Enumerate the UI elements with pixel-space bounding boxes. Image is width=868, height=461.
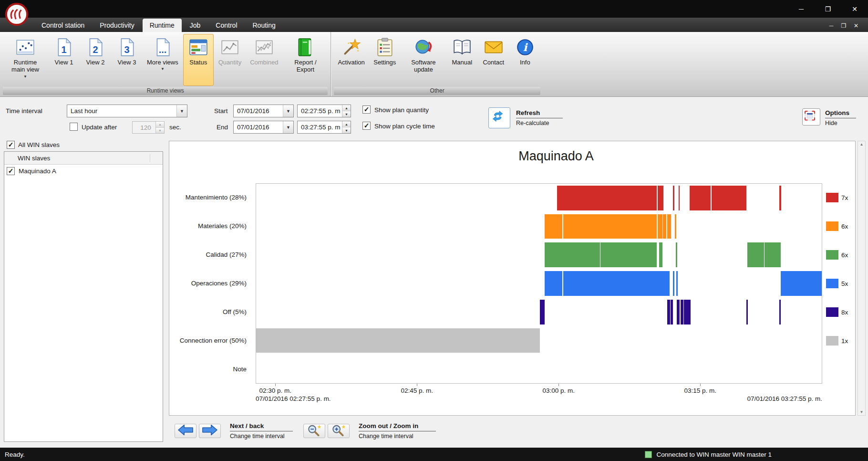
legend-count: 5x [841,280,848,287]
gantt-segment[interactable] [765,242,781,267]
gantt-segment[interactable] [679,186,680,210]
gantt-segment[interactable] [563,271,669,296]
gantt-segment[interactable] [779,186,781,210]
ribbon-button-settings[interactable]: Settings [370,34,400,86]
gantt-segment[interactable] [673,271,674,296]
ribbon-button-view-1[interactable]: 1View 1 [49,34,79,86]
win-slave-checkbox[interactable] [7,167,15,175]
all-win-slaves-checkbox[interactable] [7,141,15,149]
gantt-segment[interactable] [545,242,600,267]
start-date-dropdown[interactable]: 07/01/2016 ▼ [233,105,294,117]
gantt-segment[interactable] [747,242,765,267]
ribbon-button-info[interactable]: iInfo [510,34,540,86]
legend-item: 7x [826,183,856,212]
refresh-button[interactable] [488,107,510,128]
chart-row-label: Operaciones (29%) [169,269,251,298]
window-close-button[interactable]: ✕ [841,0,868,18]
menu-bar: Control stationProductivityRuntimeJobCon… [0,18,868,32]
refresh-label-group[interactable]: Refresh Re-calculate [516,109,563,126]
chart-legend: 7x6x6x5x8x1x [826,183,856,384]
zoom-in-button[interactable] [328,424,350,438]
gantt-segment[interactable] [600,242,657,267]
gantt-segment[interactable] [690,186,710,210]
menu-tab-control-station[interactable]: Control station [34,19,92,32]
gantt-segment[interactable] [746,300,748,325]
window-restore-button[interactable]: ❐ [815,0,841,18]
zoom-out-button[interactable] [303,424,325,438]
gantt-segment[interactable] [658,186,663,210]
scroll-down-icon[interactable]: ▼ [860,410,864,414]
menu-tab-routing[interactable]: Routing [246,19,283,32]
gantt-segment[interactable] [659,242,662,267]
ribbon-button-more-views[interactable]: ...More views▼ [143,34,182,86]
win-slave-row[interactable]: Maquinado A [4,165,163,178]
ribbon-button-manual[interactable]: Manual [447,34,477,86]
manual-icon [452,37,472,57]
spinner-arrows-icon[interactable]: ▲▼ [342,105,351,117]
gantt-segment[interactable] [684,300,691,325]
gantt-segment[interactable] [667,214,671,239]
show-plan-quantity-checkbox[interactable] [362,105,371,114]
gantt-segment[interactable] [545,271,563,296]
contact-icon [484,37,504,57]
menu-tab-productivity[interactable]: Productivity [93,19,141,32]
ribbon-button-view-2[interactable]: 2View 2 [80,34,111,86]
vertical-scrollbar[interactable]: ▲ ▼ [858,141,866,416]
gantt-segment[interactable] [781,271,822,296]
app-close-button[interactable]: ✕ [851,22,861,29]
x-axis-tick-label: 03:00 p. m. [542,387,575,394]
end-time-spinner[interactable]: 03:27:55 p. m ▲▼ [297,121,351,134]
gantt-segment[interactable] [671,300,673,325]
update-after-checkbox[interactable] [70,123,78,131]
software-update-icon [413,37,434,57]
ribbon-button-software-update[interactable]: Software update [401,34,446,86]
menu-tabs: Control stationProductivityRuntimeJobCon… [34,19,283,32]
gantt-segment[interactable] [545,214,563,239]
gantt-segment[interactable] [681,300,684,325]
menu-tab-job[interactable]: Job [183,19,208,32]
gantt-segment[interactable] [256,328,540,353]
gantt-segment[interactable] [676,242,677,267]
options-label-group[interactable]: Options Hide [825,109,856,126]
update-after-input[interactable]: 120 ▲▼ [132,121,165,134]
gantt-segment[interactable] [540,300,545,325]
menu-tab-control[interactable]: Control [208,19,244,32]
start-time-spinner[interactable]: 02:27:55 p. m ▲▼ [297,105,351,117]
ribbon-button-activation[interactable]: Activation [334,34,368,86]
time-navigation: Next / back Change time interval [175,422,446,440]
legend-item: 5x [826,269,856,298]
gantt-segment[interactable] [667,300,670,325]
options-button[interactable] [802,108,820,126]
ribbon-button-view-3[interactable]: 3View 3 [112,34,142,86]
show-plan-cycle-time-label: Show plan cycle time [374,123,435,130]
gantt-segment[interactable] [676,271,678,296]
options-title: Options [825,109,856,118]
view-3-icon: 3 [117,37,137,57]
spinner-arrows-icon[interactable]: ▲▼ [342,121,351,133]
end-date-dropdown[interactable]: 07/01/2016 ▼ [233,121,294,134]
show-plan-cycle-time-checkbox[interactable] [362,122,371,130]
gantt-segment[interactable] [779,300,781,325]
scroll-up-icon[interactable]: ▲ [860,142,864,147]
app-restore-button[interactable]: ❐ [838,22,849,29]
window-minimize-button[interactable]: ─ [788,0,815,18]
next-interval-button[interactable] [199,424,221,438]
gantt-segment[interactable] [557,186,657,210]
previous-interval-button[interactable] [175,424,196,438]
gantt-segment[interactable] [673,186,674,210]
gantt-segment[interactable] [675,214,676,239]
ribbon-button-runtime-main-view[interactable]: Runtime main view▼ [3,34,48,86]
gantt-segment[interactable] [663,214,666,239]
info-icon: i [515,37,535,57]
gantt-segment[interactable] [677,300,680,325]
gantt-segment[interactable] [712,186,746,210]
app-minimize-button[interactable]: ─ [826,22,837,29]
ribbon-button-contact[interactable]: Contact [478,34,509,86]
more-views-icon: ... [153,37,173,57]
gantt-segment[interactable] [658,214,662,239]
gantt-segment[interactable] [563,214,657,239]
time-interval-dropdown[interactable]: Last hour ▼ [67,105,187,117]
ribbon-button-status[interactable]: Status [183,34,214,86]
menu-tab-runtime[interactable]: Runtime [143,19,182,32]
ribbon-button-report-export[interactable]: Report / Export [283,34,328,86]
